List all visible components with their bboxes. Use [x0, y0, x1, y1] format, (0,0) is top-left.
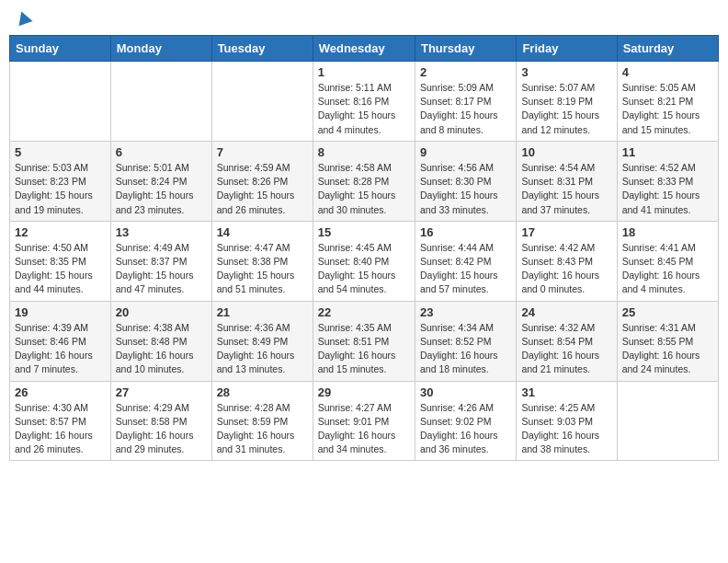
calendar-cell: 17Sunrise: 4:42 AMSunset: 8:43 PMDayligh… [517, 221, 617, 301]
calendar-cell [211, 62, 313, 142]
page-header [9, 9, 719, 28]
day-number: 19 [15, 305, 106, 319]
day-number: 31 [521, 385, 611, 399]
day-info: Sunrise: 4:38 AMSunset: 8:48 PMDaylight:… [116, 321, 207, 377]
calendar-cell: 6Sunrise: 5:01 AMSunset: 8:24 PMDaylight… [110, 141, 211, 221]
calendar-cell [10, 62, 111, 142]
calendar-cell: 25Sunrise: 4:31 AMSunset: 8:55 PMDayligh… [617, 301, 718, 381]
day-info: Sunrise: 4:34 AMSunset: 8:52 PMDaylight:… [420, 321, 511, 377]
day-number: 15 [318, 225, 410, 239]
day-number: 7 [217, 145, 308, 159]
calendar-cell [617, 381, 718, 461]
day-info: Sunrise: 4:29 AMSunset: 8:58 PMDaylight:… [116, 401, 207, 457]
day-info: Sunrise: 4:50 AMSunset: 8:35 PMDaylight:… [15, 241, 106, 297]
day-number: 8 [318, 145, 410, 159]
day-info: Sunrise: 5:07 AMSunset: 8:19 PMDaylight:… [521, 81, 611, 137]
day-number: 22 [318, 305, 410, 319]
calendar-cell: 31Sunrise: 4:25 AMSunset: 9:03 PMDayligh… [517, 381, 617, 461]
day-info: Sunrise: 4:47 AMSunset: 8:38 PMDaylight:… [217, 241, 308, 297]
calendar-header-tuesday: Tuesday [211, 36, 313, 62]
day-number: 9 [420, 145, 511, 159]
calendar-cell: 16Sunrise: 4:44 AMSunset: 8:42 PMDayligh… [415, 221, 516, 301]
day-info: Sunrise: 5:09 AMSunset: 8:17 PMDaylight:… [420, 81, 511, 137]
calendar-cell: 27Sunrise: 4:29 AMSunset: 8:58 PMDayligh… [110, 381, 211, 461]
calendar-cell: 12Sunrise: 4:50 AMSunset: 8:35 PMDayligh… [10, 221, 111, 301]
day-number: 11 [622, 145, 713, 159]
calendar-cell: 3Sunrise: 5:07 AMSunset: 8:19 PMDaylight… [517, 62, 617, 142]
calendar-cell: 4Sunrise: 5:05 AMSunset: 8:21 PMDaylight… [617, 62, 718, 142]
calendar-header-friday: Friday [517, 36, 617, 62]
day-info: Sunrise: 4:58 AMSunset: 8:28 PMDaylight:… [318, 161, 410, 217]
calendar-header-wednesday: Wednesday [313, 36, 415, 62]
day-number: 14 [217, 225, 308, 239]
calendar-cell: 2Sunrise: 5:09 AMSunset: 8:17 PMDaylight… [415, 62, 516, 142]
day-info: Sunrise: 4:49 AMSunset: 8:37 PMDaylight:… [116, 241, 207, 297]
calendar-header-saturday: Saturday [617, 36, 718, 62]
calendar-cell: 15Sunrise: 4:45 AMSunset: 8:40 PMDayligh… [313, 221, 415, 301]
day-info: Sunrise: 4:32 AMSunset: 8:54 PMDaylight:… [521, 321, 611, 377]
day-number: 4 [622, 65, 713, 79]
calendar-cell: 20Sunrise: 4:38 AMSunset: 8:48 PMDayligh… [110, 301, 211, 381]
day-info: Sunrise: 4:54 AMSunset: 8:31 PMDaylight:… [521, 161, 611, 217]
day-info: Sunrise: 4:52 AMSunset: 8:33 PMDaylight:… [622, 161, 713, 217]
day-number: 23 [420, 305, 511, 319]
day-info: Sunrise: 5:05 AMSunset: 8:21 PMDaylight:… [622, 81, 713, 137]
day-info: Sunrise: 5:01 AMSunset: 8:24 PMDaylight:… [116, 161, 207, 217]
calendar-table: SundayMondayTuesdayWednesdayThursdayFrid… [9, 35, 719, 461]
day-number: 3 [521, 65, 611, 79]
calendar-header-thursday: Thursday [415, 36, 516, 62]
calendar-week-3: 12Sunrise: 4:50 AMSunset: 8:35 PMDayligh… [10, 221, 719, 301]
day-info: Sunrise: 4:59 AMSunset: 8:26 PMDaylight:… [217, 161, 308, 217]
day-info: Sunrise: 4:25 AMSunset: 9:03 PMDaylight:… [521, 401, 611, 457]
day-info: Sunrise: 4:39 AMSunset: 8:46 PMDaylight:… [15, 321, 106, 377]
calendar-cell: 8Sunrise: 4:58 AMSunset: 8:28 PMDaylight… [313, 141, 415, 221]
calendar-header-sunday: Sunday [10, 36, 111, 62]
calendar-cell: 10Sunrise: 4:54 AMSunset: 8:31 PMDayligh… [517, 141, 617, 221]
day-number: 10 [521, 145, 611, 159]
day-number: 20 [116, 305, 207, 319]
calendar-cell: 14Sunrise: 4:47 AMSunset: 8:38 PMDayligh… [211, 221, 313, 301]
calendar-week-2: 5Sunrise: 5:03 AMSunset: 8:23 PMDaylight… [10, 141, 719, 221]
calendar-cell: 7Sunrise: 4:59 AMSunset: 8:26 PMDaylight… [211, 141, 313, 221]
day-number: 30 [420, 385, 511, 399]
calendar-cell: 24Sunrise: 4:32 AMSunset: 8:54 PMDayligh… [517, 301, 617, 381]
day-info: Sunrise: 5:03 AMSunset: 8:23 PMDaylight:… [15, 161, 106, 217]
day-number: 13 [116, 225, 207, 239]
day-info: Sunrise: 4:36 AMSunset: 8:49 PMDaylight:… [217, 321, 308, 377]
calendar-week-5: 26Sunrise: 4:30 AMSunset: 8:57 PMDayligh… [10, 381, 719, 461]
calendar-cell: 19Sunrise: 4:39 AMSunset: 8:46 PMDayligh… [10, 301, 111, 381]
day-number: 16 [420, 225, 511, 239]
calendar-cell: 23Sunrise: 4:34 AMSunset: 8:52 PMDayligh… [415, 301, 516, 381]
svg-marker-0 [15, 9, 33, 26]
day-number: 1 [318, 65, 410, 79]
calendar-cell: 13Sunrise: 4:49 AMSunset: 8:37 PMDayligh… [110, 221, 211, 301]
day-number: 12 [15, 225, 106, 239]
day-info: Sunrise: 4:41 AMSunset: 8:45 PMDaylight:… [622, 241, 713, 297]
day-info: Sunrise: 4:28 AMSunset: 8:59 PMDaylight:… [217, 401, 308, 457]
calendar-cell: 26Sunrise: 4:30 AMSunset: 8:57 PMDayligh… [10, 381, 111, 461]
day-number: 25 [622, 305, 713, 319]
logo [13, 9, 33, 28]
logo-icon [15, 9, 33, 28]
calendar-header-row: SundayMondayTuesdayWednesdayThursdayFrid… [10, 36, 719, 62]
day-number: 17 [521, 225, 611, 239]
calendar-cell: 22Sunrise: 4:35 AMSunset: 8:51 PMDayligh… [313, 301, 415, 381]
day-number: 24 [521, 305, 611, 319]
calendar-cell: 30Sunrise: 4:26 AMSunset: 9:02 PMDayligh… [415, 381, 516, 461]
calendar-cell: 9Sunrise: 4:56 AMSunset: 8:30 PMDaylight… [415, 141, 516, 221]
calendar-cell: 5Sunrise: 5:03 AMSunset: 8:23 PMDaylight… [10, 141, 111, 221]
calendar-week-4: 19Sunrise: 4:39 AMSunset: 8:46 PMDayligh… [10, 301, 719, 381]
calendar-cell: 21Sunrise: 4:36 AMSunset: 8:49 PMDayligh… [211, 301, 313, 381]
day-number: 5 [15, 145, 106, 159]
calendar-cell: 1Sunrise: 5:11 AMSunset: 8:16 PMDaylight… [313, 62, 415, 142]
calendar-cell: 29Sunrise: 4:27 AMSunset: 9:01 PMDayligh… [313, 381, 415, 461]
calendar-header-monday: Monday [110, 36, 211, 62]
day-number: 2 [420, 65, 511, 79]
day-info: Sunrise: 4:27 AMSunset: 9:01 PMDaylight:… [318, 401, 410, 457]
day-number: 28 [217, 385, 308, 399]
day-number: 6 [116, 145, 207, 159]
day-info: Sunrise: 4:42 AMSunset: 8:43 PMDaylight:… [521, 241, 611, 297]
day-number: 27 [116, 385, 207, 399]
day-number: 18 [622, 225, 713, 239]
day-number: 26 [15, 385, 106, 399]
